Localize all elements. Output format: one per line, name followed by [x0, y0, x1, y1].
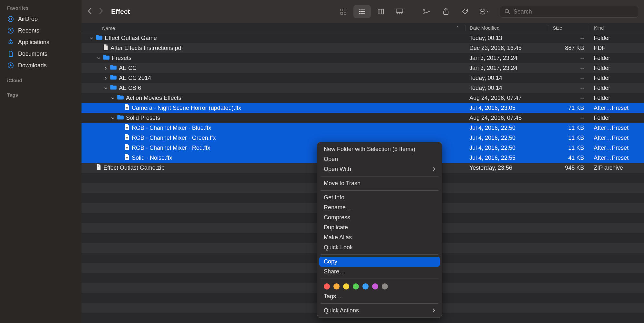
view-list-button[interactable]: [353, 5, 371, 18]
menu-item[interactable]: Quick Look: [319, 242, 440, 252]
file-row[interactable]: AE CC 2014Today, 00:14--Folder: [82, 73, 644, 83]
file-date: Jul 4, 2016, 22:50: [466, 125, 549, 131]
sidebar-item-applications[interactable]: Applications: [0, 36, 82, 48]
view-gallery-button[interactable]: [391, 5, 408, 18]
menu-item[interactable]: Duplicate: [319, 223, 440, 233]
file-icon: [96, 164, 101, 172]
tag-color[interactable]: [353, 283, 359, 290]
sidebar-header-favorites: Favorites: [0, 3, 82, 13]
file-size: 71 KB: [549, 105, 590, 111]
column-name[interactable]: Name ⌃: [82, 25, 466, 31]
tag-color[interactable]: [362, 283, 369, 290]
group-by-button[interactable]: [418, 5, 435, 18]
file-row[interactable]: Action Movies EffectsAug 24, 2016, 07:47…: [82, 93, 644, 103]
file-row[interactable]: Camera - Night Scene Horror (updated).ff…: [82, 103, 644, 113]
file-date: Jan 3, 2017, 23:24: [466, 65, 549, 71]
more-button[interactable]: [476, 5, 493, 18]
sidebar-item-downloads[interactable]: Downloads: [0, 60, 82, 71]
file-kind: Folder: [590, 55, 644, 62]
menu-item[interactable]: Tags…: [319, 291, 440, 301]
apps-icon: [7, 39, 14, 46]
file-name: AE CC: [119, 65, 137, 71]
file-row[interactable]: AE CCJan 3, 2017, 23:24--Folder: [82, 63, 644, 73]
svg-rect-17: [423, 12, 424, 13]
sidebar-item-recents[interactable]: Recents: [0, 25, 82, 36]
sidebar-item-documents[interactable]: Documents: [0, 48, 82, 60]
disclosure-open-icon[interactable]: [103, 87, 108, 90]
file-date: Jul 4, 2016, 23:05: [466, 105, 549, 111]
menu-item[interactable]: Open With: [319, 164, 440, 174]
menu-separator: [321, 190, 438, 191]
file-row[interactable]: After Effects Instructions.pdfDec 23, 20…: [82, 43, 644, 53]
file-kind: After…Preset: [590, 145, 644, 151]
svg-rect-4: [341, 9, 343, 11]
file-size: 887 KB: [549, 45, 590, 52]
menu-item-label: Quick Look: [324, 244, 353, 251]
file-kind: Folder: [590, 35, 644, 42]
search-placeholder: Search: [514, 8, 532, 15]
file-kind: Folder: [590, 115, 644, 121]
disclosure-closed-icon[interactable]: [103, 67, 108, 70]
sidebar-header-tags: Tags: [0, 90, 82, 100]
view-columns-button[interactable]: [372, 5, 389, 18]
disclosure-open-icon[interactable]: [96, 57, 101, 60]
tag-color[interactable]: [382, 283, 388, 290]
menu-item[interactable]: Make Alias: [319, 233, 440, 242]
menu-item[interactable]: Move to Trash: [319, 178, 440, 188]
file-name: AE CS 6: [119, 85, 141, 91]
menu-item-label: New Folder with Selection (5 Items): [324, 146, 415, 153]
menu-item[interactable]: New Folder with Selection (5 Items): [319, 144, 440, 154]
file-size: 945 KB: [549, 165, 590, 171]
folder-icon: [117, 115, 124, 121]
clock-icon: [7, 27, 14, 34]
menu-item[interactable]: Share…: [319, 267, 440, 277]
menu-item-label: Quick Actions: [324, 307, 359, 314]
disclosure-closed-icon[interactable]: [103, 77, 108, 80]
menu-item[interactable]: Copy: [319, 257, 440, 267]
file-size: --: [549, 85, 590, 91]
file-date: Aug 24, 2016, 07:47: [466, 95, 549, 101]
file-date: Dec 23, 2016, 16:45: [466, 45, 549, 52]
file-row[interactable]: PresetsJan 3, 2017, 23:24--Folder: [82, 53, 644, 63]
sidebar-item-airdrop[interactable]: AirDrop: [0, 13, 82, 25]
tag-color[interactable]: [333, 283, 340, 290]
menu-item[interactable]: Open: [319, 154, 440, 164]
disclosure-open-icon[interactable]: [111, 97, 115, 100]
file-size: --: [549, 65, 590, 71]
file-icon: [124, 104, 130, 112]
file-name: Camera - Night Scene Horror (updated).ff…: [132, 105, 241, 111]
tag-color[interactable]: [343, 283, 349, 290]
file-row[interactable]: Effect Outlast GameToday, 00:13--Folder: [82, 33, 644, 43]
sidebar-section-favorites: Favorites AirDrop Recents Applications D…: [0, 3, 82, 71]
file-icon: [124, 124, 130, 132]
file-kind: After…Preset: [590, 135, 644, 141]
column-kind[interactable]: Kind: [590, 25, 644, 31]
menu-separator: [321, 303, 438, 304]
sidebar-header-icloud: iCloud: [0, 76, 82, 86]
file-row[interactable]: AE CS 6Today, 00:14--Folder: [82, 83, 644, 93]
disclosure-open-icon[interactable]: [111, 117, 115, 120]
folder-icon: [103, 55, 110, 62]
tag-button[interactable]: [457, 5, 474, 18]
file-kind: After…Preset: [590, 125, 644, 131]
sort-asc-icon: ⌃: [456, 25, 460, 31]
back-button[interactable]: [87, 7, 92, 16]
file-name: Effect Outlast Game.zip: [103, 165, 165, 171]
tag-color[interactable]: [372, 283, 378, 290]
file-row[interactable]: RGB - Channel Mixer - Blue.ffxJul 4, 201…: [82, 123, 644, 133]
file-row[interactable]: Solid PresetsAug 24, 2016, 07:48--Folder: [82, 113, 644, 123]
share-button[interactable]: [437, 5, 455, 18]
column-header: Name ⌃ Date Modified Size Kind: [82, 23, 644, 33]
menu-item[interactable]: Get Info: [319, 193, 440, 203]
column-date[interactable]: Date Modified: [466, 25, 549, 31]
menu-item[interactable]: Quick Actions: [319, 306, 440, 316]
forward-button[interactable]: [98, 7, 103, 16]
view-icons-button[interactable]: [335, 5, 352, 18]
search-box[interactable]: Search: [500, 6, 638, 18]
disclosure-open-icon[interactable]: [89, 37, 94, 40]
menu-item[interactable]: Compress: [319, 213, 440, 223]
tag-color[interactable]: [324, 283, 330, 290]
column-size[interactable]: Size: [549, 25, 590, 31]
menu-item[interactable]: Rename…: [319, 203, 440, 213]
file-row[interactable]: RGB - Channel Mixer - Green.ffxJul 4, 20…: [82, 133, 644, 143]
